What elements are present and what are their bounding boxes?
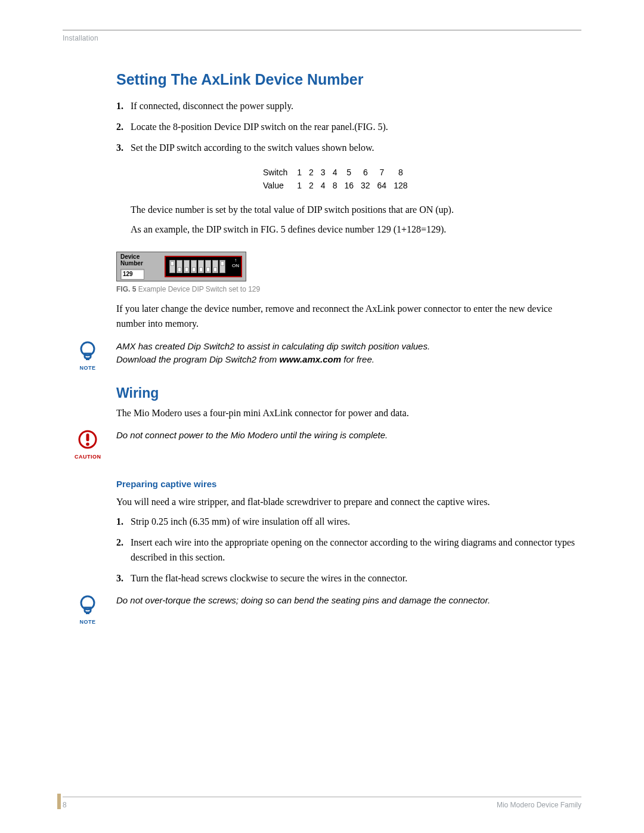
- note-text: AMX has created Dip Switch2 to assist in…: [116, 340, 430, 367]
- body-text: The Mio Modero uses a four-pin mini AxLi…: [116, 406, 575, 421]
- note-line-2a: Download the program Dip Switch2 from: [116, 354, 279, 364]
- page-number: 8: [63, 801, 67, 809]
- step-item: Strip 0.25 inch (6.35 mm) of wire insula…: [116, 515, 575, 529]
- caution-text: Do not connect power to the Mio Modero u…: [116, 429, 388, 442]
- value-cell: 8: [329, 179, 341, 192]
- switch-cell: 7: [374, 166, 391, 179]
- caution-label: CAUTION: [75, 454, 101, 460]
- value-cell: 4: [317, 179, 329, 192]
- page-body: Installation Setting The AxLink Device N…: [63, 30, 581, 637]
- header-rule: [63, 30, 581, 30]
- dip-switch-graphic: Device Number 129 ↑: [116, 252, 246, 281]
- on-text: ON: [232, 263, 239, 268]
- device-number-label: Device Number: [120, 253, 161, 267]
- note-text: Do not over-torque the screws; doing so …: [116, 594, 490, 608]
- switch-cell: 2: [305, 166, 317, 179]
- heading-wiring: Wiring: [116, 385, 575, 401]
- switch-cell: 6: [357, 166, 374, 179]
- switch-value-table: Switch 1 2 3 4 5 6 7 8 Value 1 2 4 8 16 …: [259, 166, 411, 192]
- header-section-label: Installation: [63, 34, 581, 42]
- note-line-1: AMX has created Dip Switch2 to assist in…: [116, 341, 430, 351]
- body-text: As an example, the DIP switch in FIG. 5 …: [131, 222, 575, 237]
- svg-point-4: [86, 443, 89, 447]
- lightbulb-icon: [77, 594, 98, 615]
- caution-callout: CAUTION Do not connect power to the Mio …: [63, 429, 575, 461]
- dip-switch-3: [184, 260, 190, 273]
- value-cell: 32: [357, 179, 374, 192]
- axlink-steps: If connected, disconnect the power suppl…: [116, 99, 575, 155]
- value-cell: 2: [305, 179, 317, 192]
- figure-number: FIG. 5: [116, 285, 136, 293]
- body-text: If you later change the device number, r…: [116, 302, 575, 332]
- dip-switch-6: [205, 260, 211, 273]
- caution-icon: [77, 429, 98, 450]
- dip-switch-row: [169, 260, 225, 273]
- body-text: You will need a wire stripper, and flat-…: [116, 495, 575, 510]
- page-footer: 8 Mio Modero Device Family: [63, 797, 581, 809]
- footer-title: Mio Modero Device Family: [497, 801, 581, 809]
- figure-5-caption: FIG. 5 Example Device DIP Switch set to …: [116, 285, 575, 293]
- lightbulb-icon: [77, 340, 98, 361]
- step-item: Insert each wire into the appropriate op…: [116, 535, 575, 565]
- wiring-steps: Strip 0.25 inch (6.35 mm) of wire insula…: [116, 515, 575, 586]
- dip-switch-2: [177, 260, 182, 273]
- body-text: The device number is set by the total va…: [131, 203, 575, 218]
- step-item: Turn the flat-head screws clockwise to s…: [116, 571, 575, 586]
- dip-switch-4: [191, 260, 197, 273]
- dip-switch-5: [198, 260, 204, 273]
- note-label: NOTE: [75, 619, 101, 625]
- figure-5: Device Number 129 ↑: [116, 252, 575, 293]
- content-area: Setting The AxLink Device Number If conn…: [116, 71, 575, 626]
- value-cell: 128: [390, 179, 411, 192]
- heading-preparing-wires: Preparing captive wires: [116, 479, 575, 489]
- svg-rect-3: [86, 433, 89, 441]
- figure-text: Example Device DIP Switch set to 129: [136, 285, 260, 293]
- dip-switch-1: [169, 260, 175, 273]
- switch-cell: 3: [317, 166, 329, 179]
- footer-accent-bar: [57, 794, 61, 809]
- switch-row-label: Switch: [259, 166, 293, 179]
- dip-switch-8: [219, 260, 225, 273]
- step-item: Set the DIP switch according to the swit…: [116, 141, 575, 156]
- device-number-value: 129: [120, 269, 144, 280]
- dip-on-indicator: ↑ ON: [232, 258, 239, 269]
- dip-switch-7: [212, 260, 218, 273]
- note-callout: NOTE Do not over-torque the screws; doin…: [63, 594, 575, 626]
- note-link-text: www.amx.com: [279, 354, 341, 364]
- note-label: NOTE: [75, 365, 101, 371]
- switch-cell: 8: [390, 166, 411, 179]
- note-callout: NOTE AMX has created Dip Switch2 to assi…: [63, 340, 575, 372]
- step-item: If connected, disconnect the power suppl…: [116, 99, 575, 114]
- switch-cell: 1: [293, 166, 305, 179]
- value-cell: 1: [293, 179, 305, 192]
- value-cell: 64: [374, 179, 391, 192]
- switch-cell: 5: [340, 166, 357, 179]
- step-item: Locate the 8-position Device DIP switch …: [116, 120, 575, 135]
- heading-setting-axlink: Setting The AxLink Device Number: [116, 71, 575, 88]
- up-arrow-icon: ↑: [234, 258, 237, 263]
- switch-cell: 4: [329, 166, 341, 179]
- value-cell: 16: [340, 179, 357, 192]
- value-row-label: Value: [259, 179, 293, 192]
- note-line-2b: for free.: [341, 354, 374, 364]
